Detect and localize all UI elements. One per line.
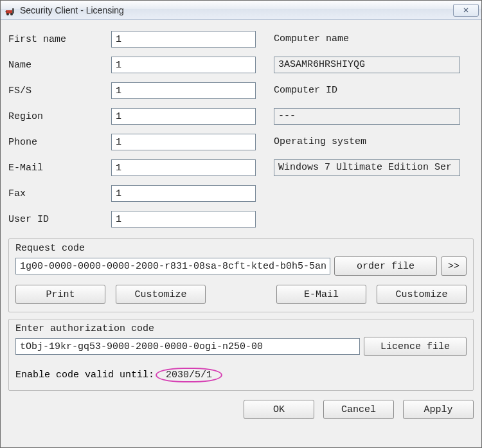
auth-code-input[interactable] [15, 338, 360, 355]
ok-button[interactable]: OK [244, 400, 314, 419]
computer-name-label: Computer name [274, 33, 349, 46]
svg-rect-1 [12, 8, 14, 13]
right-column: Computer name 3ASAMR6HRSHIYQG Computer I… [274, 26, 474, 232]
request-code-group: Request code order file >> Print Customi… [8, 238, 474, 312]
fax-label: Fax [8, 188, 111, 199]
customize2-button[interactable]: Customize [377, 285, 467, 304]
licence-file-button[interactable]: Licence file [364, 337, 467, 356]
apply-button[interactable]: Apply [403, 400, 474, 419]
request-code-label: Request code [15, 243, 467, 254]
fss-label: FS/S [8, 85, 111, 96]
auth-code-label: Enter authorization code [15, 323, 467, 334]
fax-input[interactable] [111, 185, 256, 202]
email-input[interactable] [111, 159, 256, 176]
user-id-label: User ID [8, 214, 111, 225]
customize-button[interactable]: Customize [116, 285, 206, 304]
computer-name-value: 3ASAMR6HRSHIYQG [274, 57, 460, 73]
auth-code-group: Enter authorization code Licence file En… [8, 319, 474, 391]
titlebar: Security Client - Licensing ✕ [1, 1, 481, 20]
email-label: E-Mail [8, 163, 111, 174]
client-area: First name Name FS/S Region Phone [1, 20, 481, 447]
print-button[interactable]: Print [15, 285, 105, 304]
first-name-input[interactable] [111, 31, 256, 48]
first-name-label: First name [8, 34, 111, 45]
more-button[interactable]: >> [441, 256, 467, 276]
request-code-input[interactable] [15, 258, 330, 274]
licensing-window: Security Client - Licensing ✕ First name… [0, 0, 482, 448]
name-label: Name [8, 60, 111, 71]
svg-rect-4 [5, 12, 7, 12]
region-input[interactable] [111, 108, 256, 125]
os-value: Windows 7 Ultimate Edition Ser [274, 159, 460, 176]
user-id-input[interactable] [111, 211, 256, 228]
computer-id-value: --- [274, 108, 460, 125]
phone-input[interactable] [111, 134, 256, 150]
region-label: Region [8, 111, 111, 122]
valid-until-label: Enable code valid until: [15, 370, 154, 381]
svg-point-3 [10, 13, 13, 15]
app-icon [4, 4, 16, 16]
window-title: Security Client - Licensing [20, 5, 451, 15]
left-column: First name Name FS/S Region Phone [8, 26, 256, 232]
fss-input[interactable] [111, 82, 256, 99]
close-button[interactable]: ✕ [453, 4, 479, 17]
os-label: Operating system [274, 136, 366, 148]
cancel-button[interactable]: Cancel [323, 400, 394, 419]
computer-id-label: Computer ID [274, 85, 337, 97]
phone-label: Phone [8, 137, 111, 148]
dialog-buttons: OK Cancel Apply [8, 391, 474, 419]
close-icon: ✕ [463, 6, 470, 15]
order-file-button[interactable]: order file [334, 256, 437, 276]
valid-until-date: 2030/5/1 [156, 368, 222, 382]
email-button[interactable]: E-Mail [276, 285, 366, 304]
svg-point-2 [6, 13, 9, 15]
name-input[interactable] [111, 57, 256, 73]
